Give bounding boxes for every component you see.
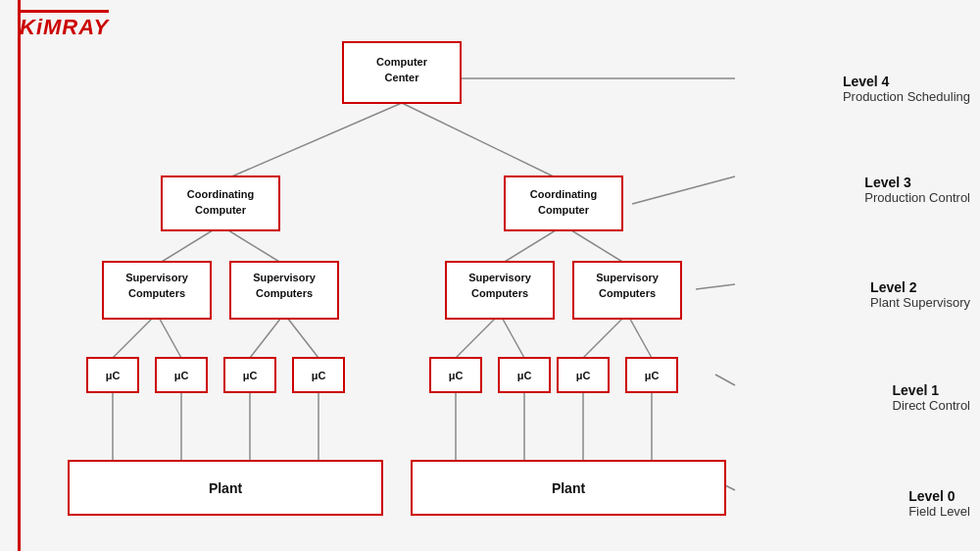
uc3-label: μC — [243, 370, 258, 381]
sup1-label1: Supervisory — [125, 272, 188, 283]
level1-description: Direct Control — [893, 398, 970, 413]
uc6-label: μC — [517, 370, 532, 381]
uc1-label: μC — [106, 370, 121, 381]
level3-label: Level 3 Production Control — [864, 175, 970, 205]
plant-left-label: Plant — [209, 480, 243, 496]
sup1-label2: Computers — [128, 287, 185, 299]
level3-number: Level 3 — [864, 175, 970, 190]
uc8-label: μC — [645, 370, 660, 381]
sup4-label2: Computers — [599, 287, 656, 299]
coord-left-label1: Coordinating — [187, 188, 254, 200]
uc2-label: μC — [174, 370, 189, 381]
level4-description: Production Scheduling — [843, 89, 970, 104]
red-vertical-line — [18, 0, 21, 551]
svg-line-31 — [632, 176, 735, 204]
level0-description: Field Level — [908, 504, 970, 519]
level3-description: Production Control — [864, 190, 970, 205]
level4-label: Level 4 Production Scheduling — [843, 74, 970, 104]
uc7-label: μC — [576, 370, 591, 381]
level1-label: Level 1 Direct Control — [893, 382, 970, 413]
coord-right-label1: Coordinating — [530, 188, 597, 200]
svg-line-1 — [402, 103, 564, 181]
svg-line-13 — [627, 314, 652, 358]
svg-line-9 — [284, 314, 318, 358]
sup4-label1: Supervisory — [596, 272, 659, 283]
coord-right-label2: Computer — [538, 204, 590, 216]
level0-label: Level 0 Field Level — [908, 488, 970, 519]
uc5-label: μC — [449, 370, 464, 381]
coord-left-label2: Computer — [195, 204, 247, 216]
svg-line-7 — [157, 314, 181, 358]
svg-line-0 — [220, 103, 402, 181]
level2-description: Plant Supervisory — [870, 295, 970, 310]
diagram-svg: Computer Center Coordinating Computer Co… — [29, 15, 774, 539]
sup2-label1: Supervisory — [253, 272, 316, 283]
svg-line-12 — [583, 314, 627, 358]
svg-line-33 — [715, 375, 735, 385]
level2-label: Level 2 Plant Supervisory — [870, 279, 970, 310]
svg-line-6 — [113, 314, 157, 358]
sup3-label1: Supervisory — [468, 272, 531, 283]
svg-line-8 — [250, 314, 284, 358]
levels-area: Level 4 Production Scheduling Level 3 Pr… — [774, 29, 970, 539]
sup2-label2: Computers — [256, 287, 313, 299]
level1-number: Level 1 — [893, 382, 970, 398]
plant-right-label: Plant — [552, 480, 586, 496]
level2-number: Level 2 — [870, 279, 970, 295]
sup3-label2: Computers — [471, 287, 528, 299]
level4-number: Level 4 — [843, 74, 970, 89]
computer-center-label1: Computer — [376, 56, 428, 68]
svg-line-11 — [500, 314, 524, 358]
svg-line-10 — [456, 314, 500, 358]
level0-number: Level 0 — [908, 488, 970, 504]
svg-line-32 — [696, 284, 735, 289]
computer-center-label2: Center — [385, 72, 420, 83]
uc4-label: μC — [312, 370, 326, 381]
